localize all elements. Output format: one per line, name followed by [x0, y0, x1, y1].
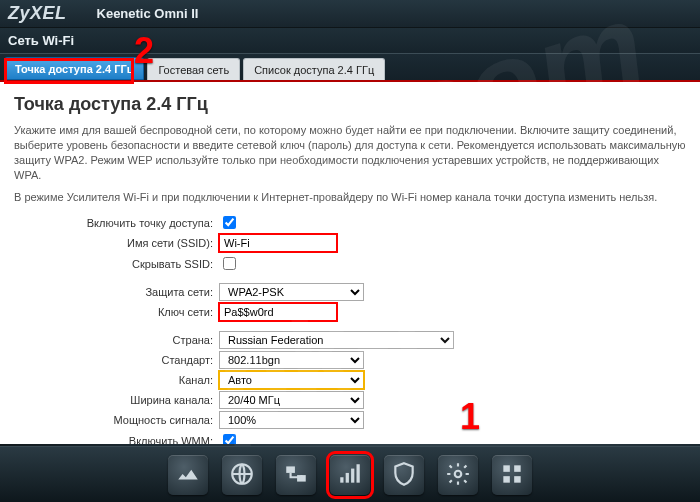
- input-ssid[interactable]: [219, 234, 337, 252]
- nav-security[interactable]: [384, 455, 424, 495]
- select-tx-power[interactable]: 100%: [219, 411, 364, 429]
- description-1: Укажите имя для вашей беспроводной сети,…: [14, 123, 686, 182]
- svg-rect-4: [346, 472, 349, 482]
- label-enable-ap: Включить точку доступа:: [14, 217, 219, 229]
- label-country: Страна:: [14, 334, 219, 346]
- header-bar: ZyXEL Keenetic Omni II: [0, 0, 700, 28]
- nav-wifi[interactable]: [330, 455, 370, 495]
- nav-status[interactable]: [168, 455, 208, 495]
- svg-point-7: [455, 470, 462, 477]
- select-country[interactable]: Russian Federation: [219, 331, 454, 349]
- section-title: Сеть Wi-Fi: [0, 28, 700, 54]
- description-2: В режиме Усилителя Wi-Fi и при подключен…: [14, 190, 686, 205]
- bottom-nav: [0, 446, 700, 502]
- svg-rect-3: [340, 477, 343, 482]
- svg-rect-9: [514, 465, 521, 472]
- tab-access-list[interactable]: Список доступа 2.4 ГГц: [243, 58, 385, 80]
- select-standard[interactable]: 802.11bgn: [219, 351, 364, 369]
- select-channel[interactable]: Авто: [219, 371, 364, 389]
- input-key[interactable]: [219, 303, 337, 321]
- label-wmm: Включить WMM:: [14, 435, 219, 444]
- label-standard: Стандарт:: [14, 354, 219, 366]
- svg-rect-11: [514, 476, 521, 483]
- nav-apps[interactable]: [492, 455, 532, 495]
- apps-icon: [499, 461, 525, 489]
- nav-lan[interactable]: [276, 455, 316, 495]
- model-text: Keenetic Omni II: [97, 6, 199, 21]
- gear-icon: [445, 461, 471, 489]
- label-tx-power: Мощность сигнала:: [14, 414, 219, 426]
- globe-icon: [229, 461, 255, 489]
- svg-rect-6: [357, 464, 360, 482]
- checkbox-wmm[interactable]: [223, 434, 236, 444]
- svg-rect-10: [503, 476, 510, 483]
- select-security[interactable]: WPA2-PSK: [219, 283, 364, 301]
- tab-bar: Точка доступа 2.4 ГГц Гостевая сеть Спис…: [0, 54, 700, 82]
- lan-icon: [283, 461, 309, 489]
- shield-icon: [391, 461, 417, 489]
- label-ssid: Имя сети (SSID):: [14, 237, 219, 249]
- svg-rect-8: [503, 465, 510, 472]
- nav-internet[interactable]: [222, 455, 262, 495]
- label-security: Защита сети:: [14, 286, 219, 298]
- label-hide-ssid: Скрывать SSID:: [14, 258, 219, 270]
- checkbox-hide-ssid[interactable]: [223, 257, 236, 270]
- label-channel-width: Ширина канала:: [14, 394, 219, 406]
- wifi-icon: [337, 461, 363, 489]
- svg-rect-5: [351, 468, 354, 482]
- status-icon: [175, 461, 201, 489]
- label-channel: Канал:: [14, 374, 219, 386]
- content-panel: Точка доступа 2.4 ГГц Укажите имя для ва…: [0, 82, 700, 444]
- page-title: Точка доступа 2.4 ГГц: [14, 94, 686, 115]
- logo-text: ZyXEL: [8, 3, 67, 24]
- tab-guest-network[interactable]: Гостевая сеть: [147, 58, 240, 80]
- label-key: Ключ сети:: [14, 306, 219, 318]
- select-channel-width[interactable]: 20/40 МГц: [219, 391, 364, 409]
- checkbox-enable-ap[interactable]: [223, 216, 236, 229]
- nav-settings[interactable]: [438, 455, 478, 495]
- svg-rect-1: [286, 466, 295, 473]
- tab-access-point[interactable]: Точка доступа 2.4 ГГц: [4, 57, 144, 80]
